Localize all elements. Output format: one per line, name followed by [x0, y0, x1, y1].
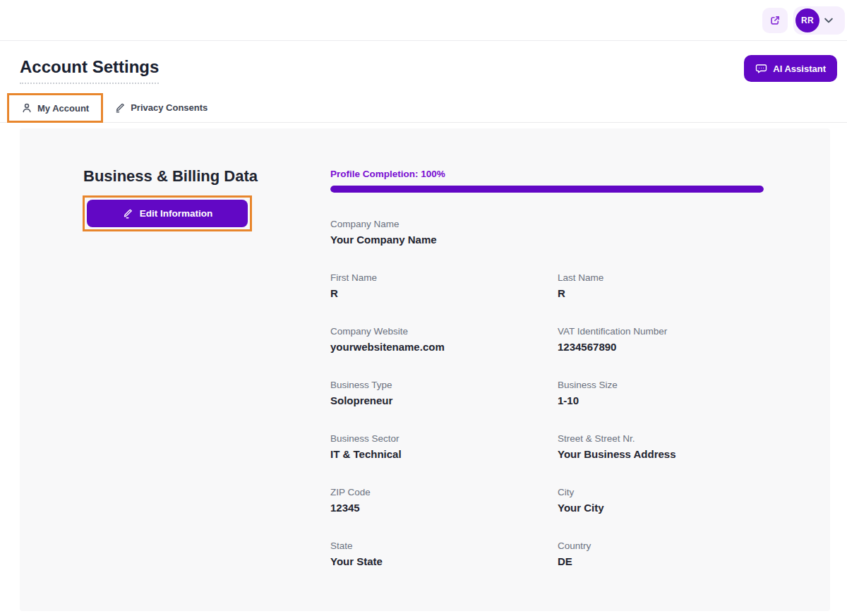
field-value: IT & Technical [330, 447, 558, 461]
field-state: State Your State [330, 540, 558, 569]
tabs-bar: My Account Privacy Consents [0, 93, 847, 123]
field-label: Last Name [558, 272, 764, 284]
field-street: Street & Street Nr. Your Business Addres… [558, 433, 764, 461]
profile-completion-label: Profile Completion: 100% [330, 169, 764, 179]
field-value: Solopreneur [330, 394, 558, 408]
field-value: 1-10 [558, 394, 764, 408]
field-value: 1234567890 [558, 340, 764, 354]
external-link-button[interactable] [762, 8, 788, 33]
field-value: R [330, 286, 558, 301]
field-value: 12345 [330, 501, 558, 515]
field-last-name: Last Name R [558, 272, 764, 301]
tab-my-account[interactable]: My Account [9, 102, 101, 114]
fields-grid: Company Name Your Company Name First Nam… [330, 219, 764, 569]
field-value: DE [558, 555, 764, 569]
field-label: First Name [330, 272, 558, 284]
field-zip-code: ZIP Code 12345 [330, 487, 558, 515]
tab-privacy-consents[interactable]: Privacy Consents [103, 93, 219, 122]
field-city: City Your City [558, 487, 764, 515]
field-value: yourwebsitename.com [330, 340, 558, 354]
tab-my-account-label: My Account [37, 103, 89, 114]
field-business-sector: Business Sector IT & Technical [330, 433, 558, 461]
annotation-box-edit-information: Edit Information [83, 195, 252, 231]
page-title: Account Settings [20, 56, 159, 84]
field-label: Company Name [330, 219, 764, 230]
user-menu[interactable]: RR [793, 6, 845, 35]
field-first-name: First Name R [330, 272, 558, 301]
page-header: Account Settings AI Assistant [0, 41, 847, 84]
section-title: Business & Billing Data [83, 167, 258, 186]
field-value: R [558, 286, 764, 301]
field-label: VAT Identification Number [558, 326, 764, 337]
field-label: Business Size [558, 380, 764, 391]
business-billing-panel: Business & Billing Data Edit Information… [20, 128, 830, 611]
avatar: RR [795, 8, 819, 32]
annotation-box-my-account: My Account [7, 93, 103, 123]
field-label: State [330, 540, 558, 552]
ai-assistant-label: AI Assistant [773, 64, 826, 74]
pencil-icon [122, 208, 133, 219]
profile-data-column: Profile Completion: 100% Company Name Yo… [330, 169, 764, 569]
field-label: Street & Street Nr. [558, 433, 764, 445]
external-link-icon [769, 14, 781, 27]
field-label: Company Website [330, 326, 558, 337]
field-value: Your State [330, 555, 558, 569]
field-label: City [558, 487, 764, 498]
ai-assistant-button[interactable]: AI Assistant [744, 55, 837, 82]
user-icon [21, 102, 32, 114]
field-company-name: Company Name Your Company Name [330, 219, 764, 247]
field-country: Country DE [558, 540, 764, 569]
field-value: Your Business Address [558, 447, 764, 461]
profile-completion-fill [330, 186, 764, 193]
field-value: Your City [558, 501, 764, 515]
field-business-size: Business Size 1-10 [558, 380, 764, 408]
edit-information-label: Edit Information [140, 208, 213, 219]
field-label: Business Type [330, 380, 558, 391]
profile-completion-bar [330, 186, 764, 193]
tab-privacy-consents-label: Privacy Consents [131, 102, 208, 113]
chevron-down-icon [824, 18, 833, 23]
field-company-website: Company Website yourwebsitename.com [330, 326, 558, 354]
field-label: ZIP Code [330, 487, 558, 498]
field-vat-number: VAT Identification Number 1234567890 [558, 326, 764, 354]
topbar: RR [0, 0, 847, 41]
field-business-type: Business Type Solopreneur [330, 380, 558, 408]
edit-information-button[interactable]: Edit Information [87, 200, 248, 227]
chat-bubble-icon [755, 63, 767, 75]
field-value: Your Company Name [330, 233, 764, 247]
field-label: Business Sector [330, 433, 558, 445]
pencil-icon [114, 102, 126, 114]
field-label: Country [558, 540, 764, 552]
